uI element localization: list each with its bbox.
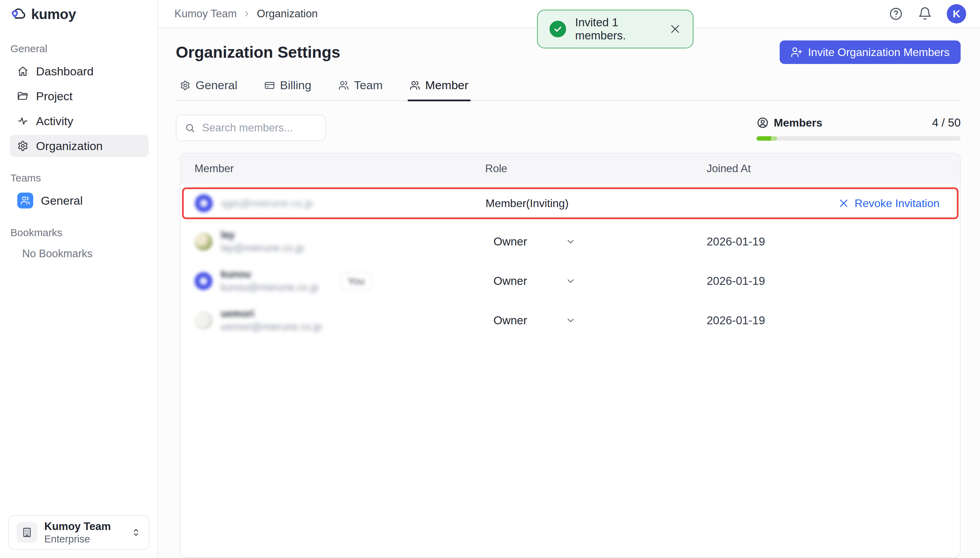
members-count: 4 / 50 [932,116,960,129]
topbar-actions: K [889,4,966,23]
credit-card-icon [264,80,275,90]
progress-fill-light [771,136,777,141]
member-name: uemori [221,307,322,320]
members-label: Members [774,117,823,129]
chevron-down-icon [565,276,576,286]
avatar [194,233,212,251]
kumoy-cloud-logo-icon [10,7,27,21]
tab-member[interactable]: Member [410,79,469,100]
sidebar-section-teams: Teams [10,172,149,184]
tab-billing[interactable]: Billing [264,79,311,100]
table-row: lay lay@mierune.co.jp Owner 2026-01-19 [181,222,960,261]
sidebar-item-project[interactable]: Project [10,85,149,107]
breadcrumb-current: Organization [257,8,318,20]
user-avatar[interactable]: K [947,4,966,23]
breadcrumb: Kumoy Team Organization [175,8,318,20]
progress-fill [756,136,773,141]
team-label: General [41,194,83,207]
avatar [194,272,212,290]
page-title: Organization Settings [176,43,340,62]
sidebar-item-label: Activity [36,115,73,128]
role-dropdown[interactable]: Owner [485,235,576,248]
chevron-right-icon [242,9,251,18]
users-icon [410,80,420,90]
role-dropdown[interactable]: Owner [485,314,576,327]
member-name: kunou [221,268,319,281]
table-row: kunou kunou@mierune.co.jp You Owner 2026… [181,261,960,301]
team-users-icon [17,192,33,208]
chevron-down-icon [565,315,576,326]
team-selector-name: Kumoy Team [44,520,111,533]
team-selector-plan: Enterprise [44,533,111,545]
member-email: lay@mierune.co.jp [221,242,304,255]
settings-tabs: General Billing Team [176,79,960,101]
chevron-down-icon [565,236,576,247]
sidebar-item-activity[interactable]: Activity [10,110,149,132]
members-progress-bar [756,136,960,141]
brand-logo[interactable]: kumoy [0,0,157,28]
members-quota: Members 4 / 50 [756,116,960,141]
x-icon [838,198,849,209]
you-badge: You [340,272,372,290]
joined-date: 2026-01-19 [707,314,946,327]
sidebar-item-label: Organization [36,140,103,153]
toast-message: Invited 1 members. [575,16,660,42]
check-icon [550,21,566,37]
team-selector[interactable]: Kumoy Team Enterprise [8,515,150,550]
tab-general[interactable]: General [180,79,237,100]
sidebar-item-dashboard[interactable]: Dashboard [10,60,149,82]
role-dropdown[interactable]: Owner [485,274,576,288]
avatar [195,194,213,212]
invited-member-row: qgis@mierune.co.jp Member(Inviting) Revo… [182,187,959,219]
brand-name: kumoy [31,6,76,23]
avatar [194,312,212,330]
invited-email: qgis@mierune.co.jp [221,197,313,209]
help-icon[interactable] [889,7,903,21]
sidebar-item-label: Project [36,90,72,103]
member-email: uemori@mierune.co.jp [221,320,322,334]
search-icon [185,123,195,133]
members-table: Member Role Joined At qgis@mierune.co.jp… [180,153,960,558]
member-search [176,115,326,141]
building-icon [16,522,37,543]
user-circle-icon [756,117,769,129]
app-window: kumoy General Dashboard Project Ac [0,0,980,558]
column-joined: Joined At [707,162,946,175]
sidebar-item-team-general[interactable]: General [10,189,149,212]
main-area: Kumoy Team Organization K Invit [158,0,980,558]
member-email: kunou@mierune.co.jp [221,281,319,294]
bookmarks-empty-text: No Bookmarks [10,244,149,260]
column-role: Role [485,162,707,175]
chevrons-up-down-icon [131,527,141,538]
bell-icon[interactable] [918,7,932,21]
column-member: Member [194,162,485,175]
revoke-invitation-button[interactable]: Revoke Invitation [838,197,946,210]
gear-icon [180,80,190,90]
close-icon[interactable] [669,23,681,35]
tab-team[interactable]: Team [338,79,383,100]
activity-icon [17,115,28,126]
sidebar-item-label: Dashboard [36,65,94,78]
search-input[interactable] [201,121,317,135]
sidebar-section-bookmarks: Bookmarks [10,227,149,238]
toast-success: Invited 1 members. [537,10,693,48]
sidebar: kumoy General Dashboard Project Ac [0,0,158,558]
content: Organization Settings Invite Organizatio… [158,28,980,558]
member-name: lay [221,228,304,242]
joined-date: 2026-01-19 [707,235,946,248]
gear-icon [17,140,28,151]
user-plus-icon [791,46,802,58]
table-row: uemori uemori@mierune.co.jp Owner 2026-0… [181,301,960,340]
invite-members-button[interactable]: Invite Organization Members [780,41,960,64]
table-header: Member Role Joined At [181,154,960,184]
breadcrumb-team[interactable]: Kumoy Team [175,8,237,20]
sidebar-section-general: General [10,43,149,55]
joined-date: 2026-01-19 [707,274,946,288]
home-icon [17,66,28,77]
folder-icon [17,90,28,102]
invited-role: Member(Inviting) [484,197,706,210]
users-icon [338,80,349,90]
sidebar-nav: General Dashboard Project Activity [0,28,157,260]
sidebar-item-organization[interactable]: Organization [10,135,149,157]
